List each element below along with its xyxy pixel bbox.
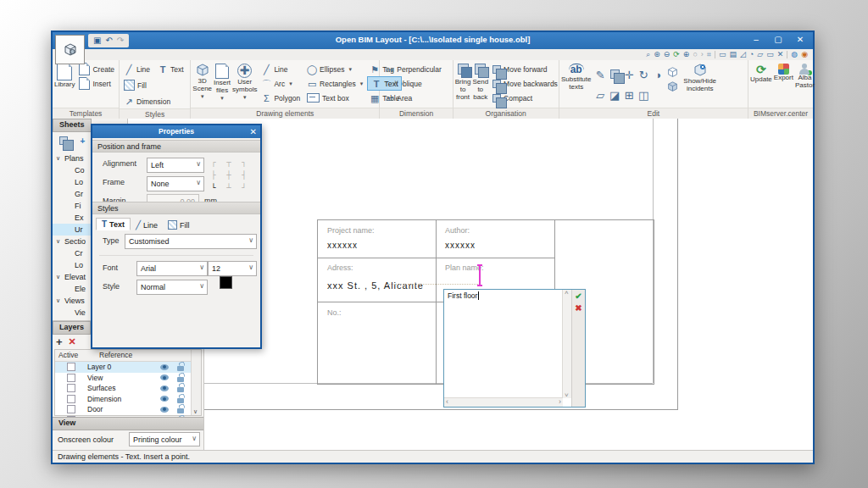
layers-tab[interactable]: Layers <box>53 321 91 335</box>
line-style-button[interactable]: ╱Line <box>121 62 153 76</box>
delete-layer-button[interactable]: ✕ <box>69 336 76 347</box>
active-checkbox[interactable] <box>67 384 75 392</box>
cancel-text-button[interactable]: ✖ <box>575 303 581 313</box>
send-to-back-button[interactable]: Send to back <box>472 62 488 101</box>
anchor-center[interactable]: ┼ <box>226 171 231 180</box>
lock-icon[interactable] <box>177 408 184 413</box>
regen-icon[interactable]: ⟳ <box>673 49 680 60</box>
compact-button[interactable]: Compact <box>490 91 560 105</box>
frame-icon[interactable]: ▭ <box>719 49 726 60</box>
dropdown-icon[interactable]: ▾ <box>201 93 204 100</box>
confirm-text-button[interactable]: ✔ <box>575 291 581 301</box>
bring-to-front-button[interactable]: Bring to front <box>455 62 471 101</box>
style-select[interactable]: Normal <box>136 280 208 295</box>
globe-icon[interactable]: ◍ <box>791 49 798 60</box>
perpendicular-button[interactable]: ↦Perpendicular <box>381 62 443 76</box>
tab-fill[interactable]: Fill <box>163 219 195 230</box>
user-symbols-button[interactable]: ✚ User symbols▾ <box>232 62 257 100</box>
fill-style-button[interactable]: Fill <box>121 78 153 92</box>
layer-row[interactable]: Door <box>55 404 201 415</box>
insert-template-button[interactable]: Insert <box>76 76 117 91</box>
maximize-button[interactable]: ▢ <box>767 32 789 48</box>
dimension-style-button[interactable]: ↗Dimension <box>121 94 173 108</box>
insert-files-button[interactable]: Insert files▾ <box>214 62 231 101</box>
move-backwards-button[interactable]: Move backwards <box>490 76 560 91</box>
text-colour-swatch[interactable] <box>220 276 232 289</box>
lock-icon[interactable] <box>177 366 184 371</box>
text-edit-box[interactable]: First floor ✔ ✖ <box>443 289 586 408</box>
anchor-mid-right[interactable]: ┤ <box>242 171 246 180</box>
add-sheet-button[interactable]: + <box>75 134 90 147</box>
substitute-texts-button[interactable]: ab Substitute texts <box>561 62 592 92</box>
help-globe-icon[interactable]: ◉ <box>801 49 808 60</box>
layer-row[interactable]: View <box>55 373 201 384</box>
save-icon[interactable]: ▣ <box>93 34 101 47</box>
zoom-all-icon[interactable]: ⊛ <box>654 49 660 60</box>
close-button[interactable]: ✕ <box>789 32 811 48</box>
text-edit-area[interactable]: First floor <box>444 290 572 407</box>
array-icon[interactable]: ⊞ <box>625 89 634 102</box>
monitor-icon[interactable]: ▤ <box>729 49 737 60</box>
visibility-eye-icon[interactable] <box>160 407 169 413</box>
arc-button[interactable]: ⌒Arc <box>259 76 303 91</box>
dialog-close-icon[interactable]: ✕ <box>250 125 257 138</box>
pan-arrow-icon[interactable]: › <box>701 49 704 60</box>
dropdown-icon[interactable]: ▾ <box>243 94 247 101</box>
select-arrow-icon[interactable]: ◿ <box>740 49 746 60</box>
layer-row[interactable]: Surfaces <box>55 383 201 394</box>
move-forward-button[interactable]: Move forward <box>490 62 560 76</box>
onscreen-colour-select[interactable]: Printing colour <box>129 432 200 446</box>
lock-icon[interactable] <box>177 377 184 382</box>
vertical-scrollbar[interactable] <box>562 290 571 398</box>
move-icon[interactable]: ✛ <box>625 69 634 81</box>
layers-scrollbar[interactable] <box>191 350 201 415</box>
sheets-tab[interactable]: Sheets <box>53 119 92 132</box>
visibility-eye-icon[interactable] <box>160 364 169 370</box>
user-account-button[interactable]: Alba Pastor <box>795 62 815 90</box>
alignment-select[interactable]: Left <box>147 158 204 173</box>
erase-icon[interactable]: ▱ <box>596 89 604 102</box>
duplicate-sheet-button[interactable] <box>56 134 70 147</box>
redo-icon[interactable]: ↷ <box>117 34 124 47</box>
font-select[interactable]: Arial <box>136 261 208 276</box>
export-button[interactable]: Export <box>774 62 793 82</box>
polygon-button[interactable]: ΣPolygon <box>259 91 303 105</box>
frame-select[interactable]: None <box>147 176 204 191</box>
properties-dialog[interactable]: Properties ✕ Position and frame Alignmen… <box>91 124 262 349</box>
zoom-cursor-icon[interactable]: ⌕ <box>646 49 650 60</box>
zoom-out-icon[interactable]: ⊖ <box>664 49 670 60</box>
dropdown-icon[interactable]: ▾ <box>220 95 224 102</box>
rotate-icon[interactable]: ↻ <box>639 69 648 81</box>
lock-icon[interactable] <box>177 398 184 403</box>
app-logo[interactable] <box>55 35 85 64</box>
active-checkbox[interactable] <box>67 374 75 382</box>
rectangles-button[interactable]: ▭Rectangles <box>304 76 365 91</box>
comment-icon[interactable]: ▭ <box>766 49 774 60</box>
minimize-button[interactable]: – <box>745 32 767 48</box>
title-bar[interactable]: Open BIM Layout - [C:\...\Isolated singl… <box>53 32 813 49</box>
tab-text[interactable]: TText <box>96 218 131 230</box>
layer-row[interactable]: Dimension <box>55 394 201 405</box>
text-button[interactable]: TText <box>367 76 402 91</box>
cut-icon[interactable]: ✕ <box>777 49 784 60</box>
font-size-select[interactable]: 12 <box>208 261 257 276</box>
anchor-top-center[interactable]: ┬ <box>226 158 231 167</box>
layer-row[interactable]: Layer 0 <box>55 362 201 373</box>
line-button[interactable]: ╱Line <box>259 62 303 76</box>
anchor-top-left[interactable]: ┌ <box>211 158 215 167</box>
active-checkbox[interactable] <box>67 405 75 413</box>
anchor-top-right[interactable]: ┐ <box>242 158 246 167</box>
horizontal-scrollbar[interactable] <box>444 397 563 407</box>
history-icon[interactable]: ◔ <box>749 49 754 60</box>
update-button[interactable]: ⟳ Update <box>750 62 772 84</box>
cube-outline-icon[interactable] <box>667 67 678 78</box>
lock-icon[interactable] <box>177 387 184 392</box>
3d-scene-button[interactable]: 3D Scene▾ <box>192 62 212 99</box>
visibility-eye-icon[interactable] <box>160 385 169 391</box>
tab-line[interactable]: ╱Line <box>131 219 163 230</box>
edit-pencil-icon[interactable]: ✎ <box>596 69 605 81</box>
screen-config-icon[interactable]: ⌗ <box>707 49 711 60</box>
visibility-eye-icon[interactable] <box>160 374 169 380</box>
type-select[interactable]: Customised <box>125 234 257 249</box>
undo-icon[interactable]: ↶ <box>105 34 112 47</box>
